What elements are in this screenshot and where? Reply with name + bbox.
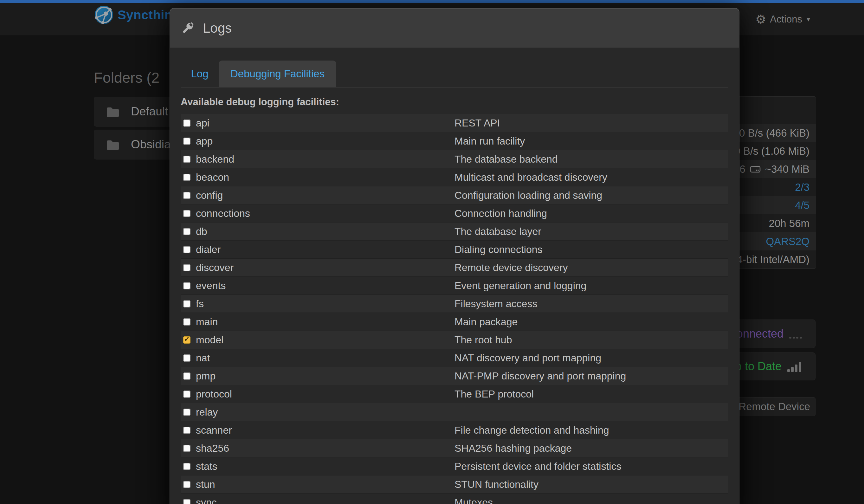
facility-name[interactable]: fs xyxy=(196,298,204,310)
facility-description: Event generation and logging xyxy=(455,280,728,292)
facility-name[interactable]: protocol xyxy=(196,388,232,400)
facility-checkbox[interactable] xyxy=(183,445,191,452)
facility-name[interactable]: nat xyxy=(196,352,210,364)
add-remote-device-label: d Remote Device xyxy=(730,401,810,413)
facility-row: pmpNAT-PMP discovery and port mapping xyxy=(181,367,728,385)
facility-name[interactable]: pmp xyxy=(196,370,216,382)
facility-row: sha256SHA256 hashing package xyxy=(181,439,728,457)
facility-name[interactable]: stun xyxy=(196,479,215,490)
facility-row: discoverRemote device discovery xyxy=(181,258,728,276)
facility-name-cell: discover xyxy=(181,262,455,274)
facility-name[interactable]: api xyxy=(196,117,209,129)
facility-checkbox[interactable] xyxy=(183,318,191,325)
facility-checkbox[interactable] xyxy=(183,210,191,217)
facility-name[interactable]: scanner xyxy=(196,424,232,436)
device-stat-value: ~340 MiB xyxy=(765,163,809,175)
facility-checkbox[interactable] xyxy=(183,282,191,289)
facility-name[interactable]: app xyxy=(196,135,213,147)
actions-menu-button[interactable]: ⚙ Actions ▾ xyxy=(755,3,810,36)
facility-description: Mutexes xyxy=(455,497,728,504)
signal-bars-icon xyxy=(787,361,803,372)
facility-checkbox[interactable] xyxy=(183,481,191,488)
facility-checkbox[interactable] xyxy=(183,120,191,127)
device-status-text: p to Date xyxy=(735,360,782,373)
facility-description: STUN functionality xyxy=(455,479,728,490)
facility-name[interactable]: db xyxy=(196,226,207,237)
facility-row: scannerFile change detection and hashing xyxy=(181,421,728,439)
logs-modal-header: Logs xyxy=(170,9,739,48)
facility-name[interactable]: events xyxy=(196,280,226,292)
facility-name[interactable]: backend xyxy=(196,153,234,165)
facility-row: appMain run facility xyxy=(181,132,728,150)
syncthing-logo-icon xyxy=(94,5,114,25)
facility-name-cell: model xyxy=(181,334,455,346)
facility-description: The database layer xyxy=(455,226,728,237)
facility-name[interactable]: stats xyxy=(196,460,217,472)
facility-description: NAT-PMP discovery and port mapping xyxy=(455,370,728,382)
modal-title: Logs xyxy=(203,21,232,36)
facility-description: Filesystem access xyxy=(455,298,728,310)
facility-name[interactable]: main xyxy=(196,316,218,328)
facility-name-cell: pmp xyxy=(181,370,455,382)
folder-icon xyxy=(106,139,120,150)
facility-name-cell: nat xyxy=(181,352,455,364)
facility-name-cell: events xyxy=(181,280,455,292)
facility-row: mainMain package xyxy=(181,313,728,331)
facility-checkbox[interactable] xyxy=(183,264,191,271)
facility-description: NAT discovery and port mapping xyxy=(455,352,728,364)
facility-row: natNAT discovery and port mapping xyxy=(181,349,728,367)
log-tabs: Log Debugging Facilities xyxy=(181,61,728,87)
facility-description: File change detection and hashing xyxy=(455,424,728,436)
facility-name-cell: app xyxy=(181,135,455,147)
folder-icon xyxy=(106,106,120,117)
facility-description: Dialing connections xyxy=(455,244,728,255)
facility-name[interactable]: sync xyxy=(196,497,217,504)
facility-checkbox[interactable] xyxy=(183,355,191,362)
facility-checkbox[interactable] xyxy=(183,156,191,163)
facility-name[interactable]: sha256 xyxy=(196,443,229,454)
facility-name-cell: sha256 xyxy=(181,443,455,454)
facility-checkbox[interactable] xyxy=(183,192,191,199)
facility-checkbox[interactable] xyxy=(183,246,191,253)
facility-description: Persistent device and folder statistics xyxy=(455,460,728,472)
tab-log[interactable]: Log xyxy=(181,61,219,87)
facility-checkbox[interactable] xyxy=(183,463,191,470)
facility-name-cell: protocol xyxy=(181,388,455,400)
facility-checkbox[interactable] xyxy=(183,499,191,504)
brand[interactable]: Syncthing xyxy=(94,5,180,25)
device-stat-link[interactable]: 2/3 xyxy=(795,181,809,193)
facility-name-cell: beacon xyxy=(181,171,455,183)
device-stat-link[interactable]: QARS2Q xyxy=(766,236,809,248)
facility-row: relay xyxy=(181,403,728,421)
facility-checkbox[interactable] xyxy=(183,300,191,308)
facility-checkbox[interactable] xyxy=(183,174,191,181)
facility-name-cell: scanner xyxy=(181,424,455,436)
signal-dots-icon xyxy=(789,329,803,339)
facility-name[interactable]: config xyxy=(196,190,223,201)
chevron-down-icon: ▾ xyxy=(807,15,810,23)
facility-name[interactable]: relay xyxy=(196,406,218,418)
facility-name[interactable]: connections xyxy=(196,208,250,219)
facility-checkbox[interactable] xyxy=(183,137,191,145)
facility-row: eventsEvent generation and logging xyxy=(181,276,728,295)
facility-name[interactable]: model xyxy=(196,334,224,346)
facility-name-cell: db xyxy=(181,226,455,237)
device-stat-value: 20h 56m xyxy=(769,217,809,229)
facility-checkbox[interactable] xyxy=(183,427,191,434)
facility-name[interactable]: dialer xyxy=(196,244,220,255)
facility-name[interactable]: discover xyxy=(196,262,233,274)
facility-checkbox[interactable] xyxy=(183,409,191,416)
device-stat-prefix: 6 xyxy=(740,163,745,175)
device-stat-link[interactable]: 4/5 xyxy=(795,200,809,212)
facility-checkbox[interactable] xyxy=(183,372,191,380)
facility-name-cell: connections xyxy=(181,208,455,219)
facility-checkbox[interactable] xyxy=(183,336,191,344)
facility-name-cell: backend xyxy=(181,153,455,165)
facility-description: Main run facility xyxy=(455,135,728,147)
facility-row: statsPersistent device and folder statis… xyxy=(181,457,728,475)
facility-checkbox[interactable] xyxy=(183,228,191,235)
facility-checkbox[interactable] xyxy=(183,391,191,398)
tab-debugging-facilities[interactable]: Debugging Facilities xyxy=(219,61,336,87)
facility-name[interactable]: beacon xyxy=(196,171,229,183)
facility-row: dialerDialing connections xyxy=(181,240,728,258)
